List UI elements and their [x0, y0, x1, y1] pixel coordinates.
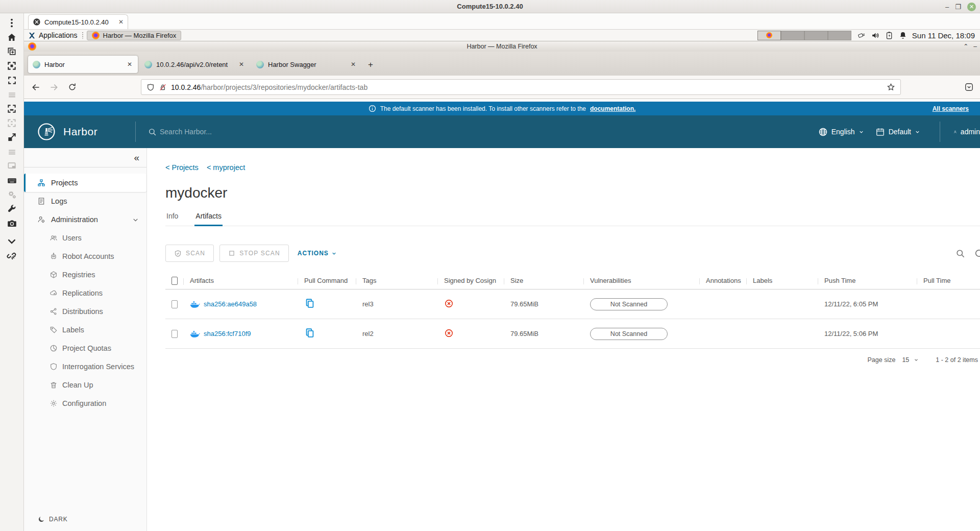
- os-close-button[interactable]: ✕: [967, 3, 976, 11]
- tools-wrench-icon[interactable]: [6, 203, 17, 214]
- user-menu[interactable]: admin: [953, 127, 980, 137]
- dynamic-resolution-icon[interactable]: [6, 103, 17, 114]
- copy-pull-command-button[interactable]: [304, 327, 315, 340]
- bookmark-star-icon[interactable]: [887, 83, 895, 91]
- screenshot-camera-icon[interactable]: [6, 218, 17, 229]
- sidebar-collapse-icon[interactable]: «: [134, 153, 139, 162]
- column-header-artifacts[interactable]: Artifacts: [184, 277, 298, 284]
- column-header-push-time[interactable]: Push Time: [818, 277, 917, 284]
- sidebar-item-clean-up[interactable]: Clean Up: [24, 376, 146, 394]
- firefox-minimize-button[interactable]: –: [973, 43, 977, 50]
- url-text[interactable]: 10.0.2.46/harbor/projects/3/repositories…: [171, 83, 883, 91]
- all-scanners-link[interactable]: All scanners: [933, 105, 969, 112]
- sidebar-item-distributions[interactable]: Distributions: [24, 302, 146, 321]
- menu-lines-icon[interactable]: [6, 89, 17, 100]
- sidebar-item-project-quotas[interactable]: Project Quotas: [24, 339, 146, 357]
- reload-button[interactable]: [68, 83, 77, 91]
- column-header-tags[interactable]: Tags: [356, 277, 438, 284]
- column-header-pull-command[interactable]: Pull Command: [298, 277, 356, 284]
- workspace-1[interactable]: [757, 31, 781, 40]
- notification-bell-icon[interactable]: [899, 31, 907, 39]
- usb-device-icon[interactable]: [857, 31, 866, 40]
- column-header-annotations[interactable]: Annotations: [700, 277, 747, 284]
- row-checkbox[interactable]: [172, 300, 178, 308]
- sidebar-item-replications[interactable]: Replications: [24, 284, 146, 302]
- taskbar-window-button[interactable]: Harbor — Mozilla Firefox: [87, 31, 182, 40]
- fullscreen-icon[interactable]: [6, 75, 17, 86]
- applications-menu[interactable]: Applications: [28, 31, 78, 39]
- preferences-gears-icon[interactable]: [6, 189, 17, 200]
- column-header-labels[interactable]: Labels: [747, 277, 818, 284]
- volume-icon[interactable]: [871, 31, 880, 40]
- sidebar-item-administration[interactable]: Administration: [24, 210, 146, 229]
- menu-lines2-icon[interactable]: [6, 146, 17, 157]
- workspace-4[interactable]: [828, 31, 851, 40]
- breadcrumb-myproject-link[interactable]: < myproject: [207, 163, 245, 172]
- search-icon[interactable]: [955, 249, 965, 258]
- panel-clock[interactable]: Sun 11 Dec, 18:09: [912, 31, 975, 40]
- column-header-vulnerabilities[interactable]: Vulnerabilities: [584, 277, 700, 284]
- copy-pull-command-button[interactable]: [304, 298, 315, 310]
- sidebar-item-projects[interactable]: Projects: [24, 174, 146, 192]
- collapse-toolbar-chevron-icon[interactable]: [6, 236, 17, 247]
- tab-close-icon[interactable]: ✕: [350, 61, 357, 68]
- tab-info[interactable]: Info: [165, 212, 179, 226]
- battery-icon[interactable]: [885, 31, 894, 40]
- client-tab-close-icon[interactable]: ✕: [118, 18, 124, 26]
- theme-menu[interactable]: Default: [875, 127, 920, 137]
- fullscreen-center-icon[interactable]: [6, 60, 17, 71]
- breadcrumb-projects-link[interactable]: < Projects: [165, 163, 199, 172]
- language-menu[interactable]: English: [818, 127, 864, 137]
- scaled-mode-icon[interactable]: [6, 117, 17, 129]
- sidebar-item-interrogation-services[interactable]: Interrogation Services: [24, 357, 146, 376]
- scale-fill-icon[interactable]: [6, 132, 17, 143]
- firefox-menubar-toggle-icon[interactable]: ⌃: [963, 43, 968, 50]
- sidebar-item-configuration[interactable]: Configuration: [24, 394, 146, 413]
- tab-close-icon[interactable]: ✕: [126, 61, 133, 68]
- home-icon[interactable]: [6, 32, 17, 43]
- actions-dropdown-button[interactable]: ACTIONS: [298, 250, 337, 257]
- dark-mode-toggle[interactable]: DARK: [24, 513, 146, 526]
- pocket-icon[interactable]: [964, 82, 975, 92]
- page-size-select[interactable]: 15: [902, 356, 919, 364]
- browser-tab-api[interactable]: 10.0.2.46/api/v2.0/retent ✕: [140, 56, 250, 73]
- sidebar-item-logs[interactable]: Logs: [24, 192, 146, 210]
- workspace-2[interactable]: [781, 31, 804, 40]
- workspace-3[interactable]: [804, 31, 828, 40]
- switch-page-icon[interactable]: [6, 160, 17, 172]
- keyboard-icon[interactable]: [6, 175, 17, 186]
- tab-artifacts[interactable]: Artifacts: [194, 212, 223, 226]
- grip-dots-icon[interactable]: [6, 17, 17, 29]
- disconnect-icon[interactable]: [6, 250, 17, 261]
- column-header-signed-by-cosign[interactable]: Signed by Cosign: [438, 277, 504, 284]
- insecure-lock-icon[interactable]: [159, 83, 167, 91]
- client-tab[interactable]: Compute15-10.0.2.40 ✕: [28, 14, 128, 29]
- os-minimize-button[interactable]: –: [945, 4, 949, 10]
- new-connection-icon[interactable]: [6, 46, 17, 57]
- new-tab-button[interactable]: +: [363, 58, 378, 72]
- tracking-shield-icon[interactable]: [146, 83, 155, 91]
- browser-tab-harbor[interactable]: Harbor ✕: [28, 56, 138, 73]
- artifact-digest-link[interactable]: sha256:fcf710f9: [190, 330, 292, 338]
- column-header-size[interactable]: Size: [504, 277, 584, 284]
- browser-tab-swagger[interactable]: Harbor Swagger ✕: [252, 56, 361, 73]
- stop-scan-button[interactable]: STOP SCAN: [219, 245, 289, 262]
- sidebar-item-users[interactable]: Users: [24, 229, 146, 247]
- refresh-icon[interactable]: [974, 248, 980, 258]
- back-button[interactable]: [31, 83, 40, 92]
- search-input[interactable]: [160, 128, 272, 136]
- tab-close-icon[interactable]: ✕: [238, 61, 245, 68]
- select-all-checkbox[interactable]: [172, 277, 178, 285]
- forward-button[interactable]: [50, 83, 59, 92]
- sidebar-item-registries[interactable]: Registries: [24, 266, 146, 284]
- header-search[interactable]: [148, 128, 272, 136]
- os-maximize-button[interactable]: ❐: [955, 4, 961, 10]
- scan-button[interactable]: SCAN: [165, 245, 214, 262]
- documentation-link[interactable]: documentation.: [590, 105, 635, 112]
- sidebar-item-labels[interactable]: Labels: [24, 321, 146, 339]
- url-bar[interactable]: 10.0.2.46/harbor/projects/3/repositories…: [141, 79, 901, 95]
- brand-block[interactable]: Harbor: [24, 123, 135, 141]
- row-checkbox[interactable]: [172, 330, 178, 338]
- sidebar-item-robot-accounts[interactable]: Robot Accounts: [24, 247, 146, 266]
- artifact-digest-link[interactable]: sha256:ae649a58: [190, 300, 292, 308]
